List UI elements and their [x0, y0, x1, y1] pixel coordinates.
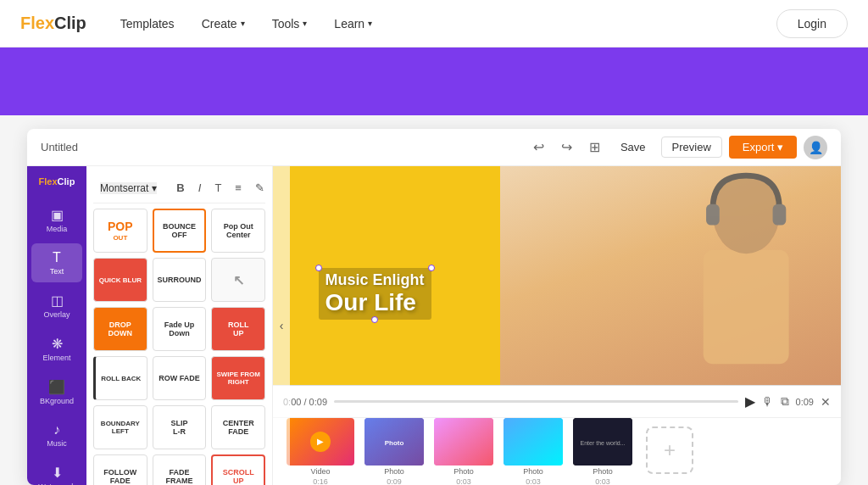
- canvas-text-line1: Music Enlight: [326, 271, 425, 289]
- logo[interactable]: FlexClip: [20, 14, 86, 33]
- editor-body: FlexClip ▣ Media T Text ◫ Overlay ❋ Elem…: [27, 166, 841, 485]
- anim-row-fade[interactable]: ROW FADE: [153, 356, 207, 400]
- photo-duration-3: 0:03: [526, 477, 541, 486]
- element-icon: ❋: [52, 336, 63, 352]
- model-image: [500, 166, 841, 385]
- anim-quick-blur[interactable]: QUICK BLUR: [93, 258, 147, 302]
- anim-blank[interactable]: ↖: [211, 258, 265, 302]
- sidebar-item-overlay[interactable]: ◫ Overlay: [31, 286, 82, 326]
- sidebar-item-watermark[interactable]: ⬇ Watermark: [31, 458, 82, 485]
- sidebar-item-media[interactable]: ▣ Media: [31, 200, 82, 240]
- sidebar-item-music[interactable]: ♪ Music: [31, 415, 82, 454]
- anim-center-fade[interactable]: CENTERFADE: [211, 405, 265, 449]
- nav-learn[interactable]: Learn ▾: [334, 17, 372, 31]
- nav-templates[interactable]: Templates: [120, 17, 175, 31]
- anim-boundary-left[interactable]: BOUNDARYLEFT: [93, 405, 147, 449]
- photo-label-1: Photo: [384, 467, 404, 476]
- logo-clip: Clip: [54, 14, 86, 33]
- anim-drop-down[interactable]: DROPDOWN: [93, 307, 147, 351]
- nav-tools[interactable]: Tools ▾: [272, 17, 308, 31]
- selection-handle-tl[interactable]: [315, 265, 322, 271]
- editor-topbar: Untitled ↩ ↪ ⊞ Save Preview Export ▾ 👤: [27, 129, 841, 166]
- selection-handle-bm[interactable]: [371, 316, 378, 323]
- selection-handle-tr[interactable]: [428, 265, 435, 271]
- chevron-down-icon: ▾: [152, 182, 157, 194]
- export-button[interactable]: Export ▾: [729, 136, 797, 159]
- anim-roll-back[interactable]: ROLL BACK: [93, 356, 147, 400]
- redo-button[interactable]: ↪: [556, 137, 577, 157]
- video-thumbnail: ▶: [287, 418, 354, 465]
- photo-duration-2: 0:03: [456, 477, 471, 486]
- link-button[interactable]: ✎: [251, 180, 269, 196]
- user-avatar[interactable]: 👤: [804, 136, 827, 159]
- italic-button[interactable]: I: [194, 180, 206, 196]
- anim-surround[interactable]: SURROUND: [153, 258, 207, 302]
- animation-grid: POPOUT BOUNCEOFF Pop OutCenter QUICK BLU…: [93, 209, 265, 485]
- timeline-clip-photo-2[interactable]: Photo 0:03: [434, 418, 493, 486]
- video-label: Video: [311, 467, 331, 476]
- sidebar-item-element[interactable]: ❋ Element: [31, 329, 82, 369]
- timeline-clip-photo-3[interactable]: Photo 0:03: [504, 418, 563, 486]
- login-button[interactable]: Login: [776, 9, 848, 38]
- anim-scroll-up[interactable]: SCROLL UP: [211, 454, 265, 485]
- topbar-actions: ↩ ↪ ⊞ Save Preview Export ▾ 👤: [528, 136, 827, 159]
- play-button[interactable]: ▶: [745, 393, 755, 410]
- editor-wrapper: Untitled ↩ ↪ ⊞ Save Preview Export ▾ 👤 F…: [0, 115, 868, 485]
- timeline-clip-photo-1[interactable]: Photo Photo 0:09: [364, 418, 424, 486]
- bold-button[interactable]: B: [172, 180, 188, 196]
- logo-flex: Flex: [20, 14, 54, 33]
- photo-duration-4: 0:03: [595, 477, 610, 486]
- sidebar-item-bkground[interactable]: ⬛ BKground: [31, 372, 82, 412]
- timeline-scrubber[interactable]: [334, 400, 738, 403]
- svg-text:Enter the world...: Enter the world...: [581, 440, 626, 446]
- timeline-clip-photo-4[interactable]: Enter the world... Photo 0:03: [573, 418, 632, 486]
- anim-follow-fade[interactable]: FOLLOWFADE: [93, 454, 147, 485]
- photo-thumbnail-1: Photo: [364, 418, 424, 465]
- svg-rect-8: [504, 418, 563, 465]
- font-selector[interactable]: Montserrat ▾: [100, 182, 157, 194]
- text-style-button[interactable]: T: [210, 180, 225, 196]
- cursor-icon: ↖: [233, 272, 244, 288]
- preview-button[interactable]: Preview: [661, 137, 722, 158]
- photo-content-2: [434, 418, 493, 465]
- timeline: ▶ Video 0:16 Photo Photo 0:09: [273, 417, 841, 485]
- watermark-icon: ⬇: [52, 465, 63, 481]
- anim-fade-frame[interactable]: FADE FRAME: [153, 454, 207, 485]
- anim-slip-lr[interactable]: SLIPL-R: [153, 405, 207, 449]
- sidebar-brand-clip: Clip: [58, 176, 75, 187]
- svg-rect-4: [772, 204, 786, 226]
- sidebar-item-text[interactable]: T Text: [31, 243, 82, 282]
- chevron-down-icon: ▾: [368, 19, 372, 28]
- canvas-prev-arrow[interactable]: ‹: [273, 166, 290, 485]
- close-clip-button[interactable]: ✕: [821, 395, 831, 409]
- editor-container: Untitled ↩ ↪ ⊞ Save Preview Export ▾ 👤 F…: [27, 129, 841, 485]
- anim-bounce-off[interactable]: BOUNCEOFF: [153, 209, 207, 253]
- anim-swipe-right[interactable]: SWIPE FROM RIGHT: [211, 356, 265, 400]
- chevron-down-icon: ▾: [303, 19, 307, 28]
- document-title[interactable]: Untitled: [41, 141, 518, 153]
- save-button[interactable]: Save: [612, 137, 654, 157]
- nav-items: Templates Create ▾ Tools ▾ Learn ▾: [120, 17, 776, 31]
- anim-roll-up[interactable]: ROLLUP: [211, 307, 265, 351]
- text-icon: T: [53, 250, 61, 265]
- photo-label-4: Photo: [593, 467, 613, 476]
- align-button[interactable]: ≡: [231, 180, 246, 196]
- canvas-controls-right: 🎙 ⧉ 0:09 ✕: [762, 394, 831, 409]
- fullscreen-button[interactable]: ⊞: [584, 137, 605, 157]
- canvas-main: Music Enlight Our Life: [273, 166, 841, 385]
- add-clip-button[interactable]: +: [646, 426, 693, 474]
- canvas-controls-bar: 0:00 / 0:09 ▶ 🎙 ⧉ 0:09 ✕: [273, 385, 841, 417]
- timeline-clip-video[interactable]: ▶ Video 0:16: [287, 418, 354, 486]
- anim-pop-out[interactable]: POPOUT: [93, 209, 147, 253]
- canvas-text-overlay: Music Enlight Our Life: [319, 268, 431, 320]
- anim-pop-out-center[interactable]: Pop OutCenter: [211, 209, 265, 253]
- mic-icon: 🎙: [762, 395, 774, 409]
- background-icon: ⬛: [48, 379, 65, 395]
- copy-icon: ⧉: [781, 394, 789, 409]
- nav-create[interactable]: Create ▾: [202, 17, 245, 31]
- video-duration: 0:16: [313, 477, 328, 486]
- anim-fade-up-down[interactable]: Fade UpDown: [153, 307, 207, 351]
- overlay-icon: ◫: [51, 293, 64, 309]
- svg-rect-3: [706, 204, 720, 226]
- undo-button[interactable]: ↩: [528, 137, 549, 157]
